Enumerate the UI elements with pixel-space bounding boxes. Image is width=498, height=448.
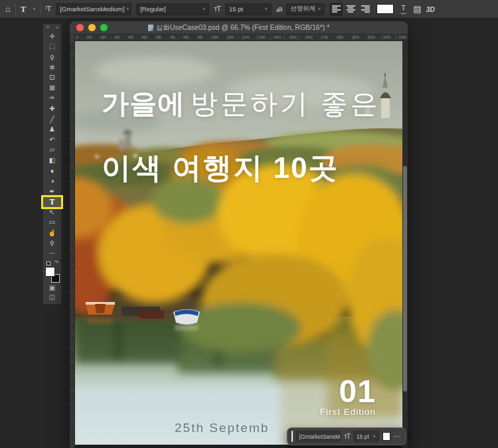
3d-button[interactable]: 3D <box>426 5 434 13</box>
headline-bold: 가을에 <box>102 88 185 119</box>
dodge-tool[interactable]: ◑ <box>43 176 61 187</box>
move-tool[interactable]: ✛ <box>43 31 61 42</box>
object-selection-tool[interactable]: ✲ <box>43 62 61 73</box>
photoshop-app: ⌂ T ˅ ᴵT [GmarketSansMedium] ˅ [Regular]… <box>0 0 498 448</box>
ruler-row: 0100200300400500600700800900100011001200… <box>70 35 408 41</box>
font-size-value: 15 pt <box>229 5 243 13</box>
chevron-down-icon: ˅ <box>203 7 205 11</box>
zoom-window-button[interactable] <box>100 24 108 31</box>
screen-mode-button[interactable]: ◫ <box>49 293 55 301</box>
scrollbar-thumb[interactable] <box>403 166 407 392</box>
context-text-color-swatch[interactable] <box>382 432 390 441</box>
ruler-tick: 1500 <box>289 35 296 40</box>
font-size-icon: ᴛT <box>214 5 220 13</box>
pen-tool[interactable]: ✒ <box>43 187 61 197</box>
edition-number[interactable]: 01 <box>339 373 376 410</box>
chevron-down-icon: ˅ <box>318 7 321 11</box>
type-tool-preset-icon[interactable]: T <box>21 5 27 13</box>
panel-collapse-icon[interactable]: » <box>56 25 58 30</box>
lasso-tool[interactable]: ϙ <box>43 52 61 62</box>
font-style-value: [Regular] <box>140 5 166 13</box>
context-font-size-value: 15 pt <box>357 433 369 440</box>
chevron-down-icon: ˅ <box>373 434 376 439</box>
headline-regular: 방문하기 좋은 <box>191 88 380 119</box>
traffic-lights <box>76 24 108 31</box>
ruler-tick: 1800 <box>336 35 343 40</box>
text-align-group <box>329 3 372 16</box>
align-left-button[interactable] <box>329 3 343 16</box>
home-icon[interactable]: ⌂ <box>5 5 11 13</box>
vertical-ruler[interactable] <box>70 41 75 448</box>
ruler-corner[interactable] <box>70 35 75 41</box>
ruler-tick: 900 <box>197 35 203 40</box>
edition-label[interactable]: First Edition <box>320 407 376 417</box>
panel-close-icon[interactable]: ✕ <box>46 25 50 30</box>
headline-line2[interactable]: 이색 여행지 10곳 <box>102 153 339 183</box>
foreground-color-swatch[interactable] <box>45 267 55 277</box>
anti-alias-value: 선명하게 <box>290 5 315 13</box>
edit-toolbar-button[interactable]: ⋯ <box>43 248 61 259</box>
canvas-stage[interactable]: 가을에방문하기 좋은 이색 여행지 10곳 01 First Edition 2… <box>75 41 402 448</box>
ruler-tick: 1400 <box>274 35 281 40</box>
ruler-tick: 600 <box>155 35 161 40</box>
swap-colors-icon[interactable]: ↷ <box>54 260 59 265</box>
font-family-value: [GmarketSansMedium] <box>60 5 124 13</box>
ruler-tick: 800 <box>183 35 189 40</box>
chevron-down-icon[interactable]: ˅ <box>33 7 36 11</box>
warp-text-icon[interactable]: T <box>398 4 408 14</box>
ruler-tick: 300 <box>114 35 120 40</box>
text-color-swatch[interactable] <box>376 4 394 14</box>
toggle-panels-icon[interactable]: ▤ <box>413 5 421 13</box>
font-family-select[interactable]: [GmarketSansMedium] ˅ <box>56 3 131 15</box>
chevron-down-icon: ˅ <box>265 7 268 11</box>
align-center-button[interactable] <box>344 3 357 16</box>
shape-tool[interactable]: ▭ <box>43 218 61 228</box>
anti-alias-select[interactable]: 선명하게 ˅ <box>286 3 325 15</box>
crop-tool[interactable]: ⊡ <box>43 72 61 83</box>
ruler-tick: 1900 <box>352 35 359 40</box>
ruler-tick: 0 <box>76 35 78 40</box>
font-size-select[interactable]: 15 pt ˅ <box>225 3 272 15</box>
healing-brush-tool[interactable]: ✚ <box>43 104 61 114</box>
type-tool[interactable]: T <box>43 197 61 208</box>
eraser-tool[interactable]: ▱ <box>43 145 61 156</box>
brush-tool[interactable]: ╱ <box>43 114 61 125</box>
path-selection-tool[interactable]: ↖ <box>43 207 61 218</box>
context-font-family-value: [GmarketSansMed... <box>299 433 341 440</box>
text-orientation-icon[interactable]: ᴵT <box>46 5 52 13</box>
zoom-tool[interactable]: ⚲ <box>43 238 61 249</box>
ruler-tick: 500 <box>142 35 147 40</box>
ruler-tick: 700 <box>169 35 175 40</box>
ruler-tick: 1600 <box>305 35 312 40</box>
quick-mask-button[interactable]: ▣ <box>49 283 55 292</box>
horizontal-ruler[interactable]: 0100200300400500600700800900100011001200… <box>75 35 408 40</box>
context-font-family-select[interactable]: [GmarketSansMed... ˅ <box>296 431 341 442</box>
context-font-size-select[interactable]: 15 pt ˅ <box>353 431 379 442</box>
gradient-tool[interactable]: ◧ <box>43 155 61 166</box>
ruler-tick: 200 <box>100 35 106 40</box>
close-window-button[interactable] <box>76 24 84 31</box>
more-options-button[interactable]: ⋯ <box>394 432 402 441</box>
vertical-scrollbar[interactable] <box>402 41 408 448</box>
default-colors-control[interactable]: ↷ <box>46 260 59 266</box>
clone-stamp-tool[interactable]: ♟ <box>43 124 61 135</box>
blur-tool[interactable]: ♦ <box>43 166 61 177</box>
history-brush-tool[interactable]: ↶ <box>43 135 61 145</box>
ruler-tick: 1000 <box>211 35 218 40</box>
window-titlebar[interactable]: 심화UseCase03.psd @ 66.7% (First Edition, … <box>70 21 408 35</box>
headline-line1[interactable]: 가을에방문하기 좋은 <box>102 90 380 117</box>
marquee-tool[interactable]: ⬚ <box>43 42 61 52</box>
date-text[interactable]: 25th Septemb <box>175 421 269 435</box>
text-cursor-indicator <box>291 431 293 442</box>
font-style-select[interactable]: [Regular] ˅ <box>136 3 209 15</box>
eyedropper-tool[interactable]: ✑ <box>43 94 61 104</box>
frame-tool[interactable]: ⊠ <box>43 83 61 94</box>
hand-tool[interactable]: ☝ <box>43 228 61 238</box>
minimize-window-button[interactable] <box>88 24 96 31</box>
align-right-button[interactable] <box>359 3 372 16</box>
ruler-tick: 2100 <box>383 35 390 40</box>
ruler-tick: 1100 <box>226 35 234 40</box>
separator <box>41 3 41 15</box>
align-right-icon <box>361 5 370 13</box>
align-left-icon <box>332 5 341 13</box>
